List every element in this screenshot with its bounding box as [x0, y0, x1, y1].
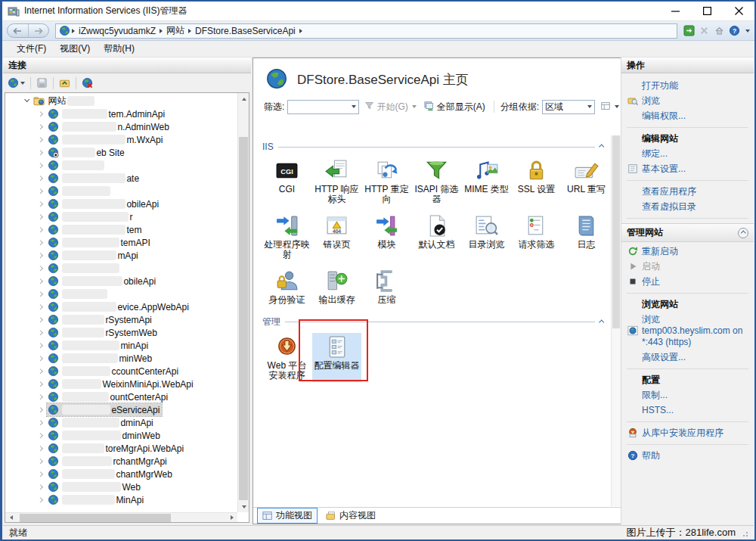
- expand-chevron-icon[interactable]: [38, 330, 44, 336]
- feature-tile[interactable]: ISAPI 筛选器: [412, 157, 461, 206]
- expand-chevron-icon[interactable]: [38, 201, 44, 207]
- feature-tile[interactable]: 日志: [562, 212, 611, 261]
- breadcrumb-item[interactable]: DFStore.BaseServiceApi: [195, 26, 296, 36]
- save-button[interactable]: [36, 77, 48, 89]
- tree-root-sites[interactable]: 网站: [5, 95, 237, 107]
- feature-tile[interactable]: 身份验证: [262, 267, 311, 306]
- tree-site-item[interactable]: eb Site: [5, 146, 237, 159]
- tree-site-item[interactable]: ccountCenterApi: [5, 365, 237, 378]
- tree-site-item[interactable]: rSystemWeb: [5, 326, 237, 339]
- feature-tile[interactable]: 默认文档: [412, 212, 461, 261]
- feature-tile[interactable]: 处理程序映射: [262, 212, 311, 261]
- expand-chevron-icon[interactable]: [38, 266, 44, 272]
- action-link[interactable]: 浏览 temp003.heyslim.com on *:443 (https): [627, 312, 748, 350]
- tree-site-item[interactable]: tem: [5, 223, 237, 236]
- tree-site-item[interactable]: toreMgrApi.WebApi: [5, 442, 237, 455]
- feature-tile[interactable]: HTTP 重定向: [362, 157, 411, 206]
- feature-tile[interactable]: 输出缓存: [312, 267, 361, 306]
- expand-chevron-icon[interactable]: [38, 304, 44, 310]
- action-link[interactable]: 启动: [627, 259, 748, 274]
- feature-tile[interactable]: 配置编辑器: [312, 333, 361, 382]
- resize-grip[interactable]: [740, 529, 748, 536]
- menu-item[interactable]: 文件(F): [10, 41, 53, 57]
- minimize-button[interactable]: [659, 2, 691, 20]
- up-folder-button[interactable]: [59, 77, 70, 89]
- tree-vertical-scrollbar[interactable]: [237, 93, 249, 512]
- action-link[interactable]: 查看虚拟目录: [627, 199, 748, 214]
- action-link[interactable]: 编辑权限...: [627, 108, 748, 123]
- back-button[interactable]: [8, 24, 28, 37]
- expand-chevron-icon[interactable]: [24, 97, 30, 103]
- expand-chevron-icon[interactable]: [38, 446, 44, 452]
- expand-chevron-icon[interactable]: [38, 214, 44, 220]
- tree-site-item[interactable]: minWeb: [5, 352, 237, 365]
- features-scrollbar[interactable]: [611, 135, 621, 506]
- expand-chevron-icon[interactable]: [38, 253, 44, 259]
- menu-item[interactable]: 视图(V): [53, 41, 97, 57]
- collapse-chevron-icon[interactable]: [599, 319, 605, 325]
- stop-x-button[interactable]: [699, 25, 710, 36]
- expand-chevron-icon[interactable]: [38, 381, 44, 387]
- expand-chevron-icon[interactable]: [38, 356, 44, 362]
- view-selector-button[interactable]: [598, 100, 621, 114]
- scrollbar-thumb[interactable]: [612, 135, 620, 328]
- feature-tile[interactable]: URL 重写: [562, 157, 611, 206]
- tree-site-item[interactable]: dminWeb: [5, 429, 237, 442]
- tree-site-item[interactable]: [5, 288, 237, 300]
- tree-site-item[interactable]: m.WxApi: [5, 133, 237, 146]
- tree-site-item[interactable]: n.AdminWeb: [5, 120, 237, 133]
- action-link[interactable]: 高级设置...: [627, 350, 748, 365]
- tree-site-item[interactable]: tem.AdminApi: [5, 107, 237, 120]
- scrollbar-thumb[interactable]: [239, 137, 248, 500]
- tree-site-item[interactable]: minApi: [5, 339, 237, 352]
- action-link[interactable]: 重新启动: [627, 244, 748, 259]
- feature-tile[interactable]: 404错误页: [312, 212, 361, 261]
- feature-tile[interactable]: 目录浏览: [462, 212, 511, 261]
- expand-chevron-icon[interactable]: [38, 471, 44, 477]
- expand-chevron-icon[interactable]: [38, 433, 44, 439]
- scroll-right-button[interactable]: [226, 513, 237, 523]
- tree-site-item[interactable]: eServiceApi: [5, 403, 237, 416]
- tree-site-item[interactable]: MinApi: [5, 493, 237, 506]
- action-link[interactable]: 停止: [627, 274, 748, 289]
- tree-site-item[interactable]: rSystemApi: [5, 313, 237, 326]
- expand-chevron-icon[interactable]: [38, 420, 44, 426]
- tree-site-item[interactable]: ate: [5, 172, 237, 185]
- action-link[interactable]: 查看应用程序: [627, 184, 748, 199]
- show-all-button[interactable]: 全部显示(A): [422, 100, 488, 114]
- feature-tile[interactable]: Web 平台安装程序: [262, 333, 311, 382]
- breadcrumb-item[interactable]: iZwwqc5yvudamkZ: [79, 26, 156, 36]
- expand-chevron-icon[interactable]: [38, 407, 44, 413]
- tree-site-item[interactable]: [5, 159, 237, 172]
- connect-server-button[interactable]: [8, 77, 25, 89]
- feature-tile[interactable]: HTTP 响应标头: [312, 157, 361, 206]
- action-link[interactable]: 打开功能: [627, 78, 748, 93]
- expand-chevron-icon[interactable]: [38, 343, 44, 349]
- collapse-chevron-icon[interactable]: [738, 228, 748, 238]
- expand-chevron-icon[interactable]: [38, 176, 44, 182]
- expand-chevron-icon[interactable]: [38, 137, 44, 143]
- action-link[interactable]: 从库中安装应用程序: [627, 425, 748, 440]
- feature-tile[interactable]: 压缩: [362, 267, 411, 306]
- dropdown-caret-icon[interactable]: [745, 30, 750, 33]
- scrollbar-thumb[interactable]: [20, 514, 171, 522]
- expand-chevron-icon[interactable]: [38, 394, 44, 400]
- breadcrumb-item[interactable]: 网站: [166, 24, 184, 37]
- expand-chevron-icon[interactable]: [38, 484, 44, 490]
- home-button[interactable]: [714, 25, 725, 36]
- go-button[interactable]: 开始(G): [362, 100, 418, 114]
- action-link[interactable]: 基本设置...: [627, 161, 748, 176]
- close-button[interactable]: [723, 2, 754, 20]
- tree-site-item[interactable]: r: [5, 210, 237, 223]
- action-link[interactable]: 绑定...: [627, 146, 748, 161]
- expand-chevron-icon[interactable]: [38, 497, 44, 503]
- expand-chevron-icon[interactable]: [38, 368, 44, 375]
- expand-chevron-icon[interactable]: [38, 150, 44, 156]
- expand-chevron-icon[interactable]: [38, 188, 44, 194]
- scroll-up-button[interactable]: [238, 93, 249, 104]
- feature-tile[interactable]: 模块: [362, 212, 411, 261]
- expand-chevron-icon[interactable]: [38, 124, 44, 130]
- refresh-button[interactable]: [683, 25, 695, 36]
- expand-chevron-icon[interactable]: [38, 163, 44, 169]
- action-link[interactable]: 限制...: [627, 387, 748, 403]
